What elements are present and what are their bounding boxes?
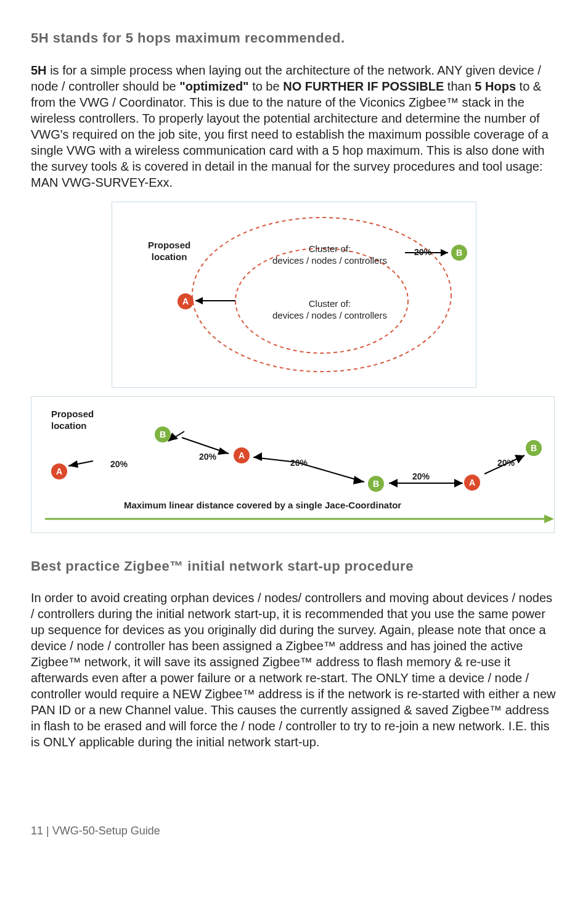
marker-a-icon: A — [464, 475, 480, 491]
figure-1-frame: Proposed location Cluster of: devices / … — [112, 202, 476, 388]
svg-marker-17 — [353, 476, 364, 484]
pct-label: 20% — [414, 247, 431, 258]
pct-label: 20% — [290, 457, 308, 468]
pct-label: 20% — [199, 451, 216, 462]
svg-marker-19 — [389, 479, 398, 487]
marker-b-icon: B — [155, 426, 171, 442]
text: to & from the VWG / Coordinator. This is… — [31, 79, 549, 189]
text: Proposed — [148, 239, 190, 251]
paragraph-best-practice: In order to avoid creating orphan device… — [31, 590, 557, 750]
proposed-location-label-2: Proposed location — [51, 408, 94, 432]
page-footer: 11 | VWG-50-Setup Guide — [31, 824, 557, 838]
svg-marker-9 — [68, 460, 78, 468]
text: devices / nodes / controllers — [272, 255, 387, 267]
text: Cluster of: — [272, 243, 387, 255]
text: Proposed — [51, 408, 94, 420]
proposed-location-label: Proposed location — [148, 239, 190, 263]
svg-marker-13 — [218, 447, 229, 455]
heading-best-practice: Best practice Zigbee™ initial network st… — [31, 558, 557, 576]
bold-5h: 5H — [31, 63, 47, 77]
bold-5-hops: 5 Hops — [475, 79, 516, 93]
text: location — [51, 420, 94, 432]
svg-marker-15 — [253, 452, 262, 461]
marker-a-icon: A — [51, 463, 67, 479]
pct-label: 20% — [110, 459, 128, 470]
marker-b-icon: B — [451, 245, 467, 261]
svg-marker-3 — [195, 297, 203, 304]
figure-cluster-diagram: Proposed location Cluster of: devices / … — [31, 202, 557, 533]
pct-label: 20% — [497, 457, 515, 468]
text: to be — [249, 79, 284, 93]
bold-no-further: NO FURTHER IF POSSIBLE — [283, 79, 444, 93]
marker-a-icon: A — [178, 293, 194, 309]
paragraph-5h: 5H is for a simple process when laying o… — [31, 62, 557, 190]
pct-label: 20% — [412, 471, 430, 482]
bold-optimized: "optimized" — [179, 79, 248, 93]
text: Cluster of: — [272, 298, 387, 310]
marker-b-icon: B — [526, 440, 542, 456]
text: location — [148, 251, 190, 263]
svg-point-0 — [192, 218, 451, 372]
heading-5h: 5H stands for 5 hops maximum recommended… — [31, 30, 557, 47]
figure-2-frame: Proposed location A B A B A B 20% 20% 20… — [31, 396, 555, 533]
text: devices / nodes / controllers — [272, 309, 387, 322]
svg-marker-7 — [544, 515, 554, 523]
svg-marker-20 — [454, 479, 463, 487]
figure-2-caption: Maximum linear distance covered by a sin… — [124, 499, 401, 512]
marker-b-icon: B — [368, 476, 384, 492]
cluster-label-1: Cluster of: devices / nodes / controller… — [272, 243, 387, 267]
marker-a-icon: A — [234, 447, 250, 463]
text: than — [444, 79, 475, 93]
cluster-label-2: Cluster of: devices / nodes / controller… — [272, 298, 387, 322]
svg-marker-5 — [441, 249, 448, 256]
figure-1-svg — [112, 202, 476, 387]
